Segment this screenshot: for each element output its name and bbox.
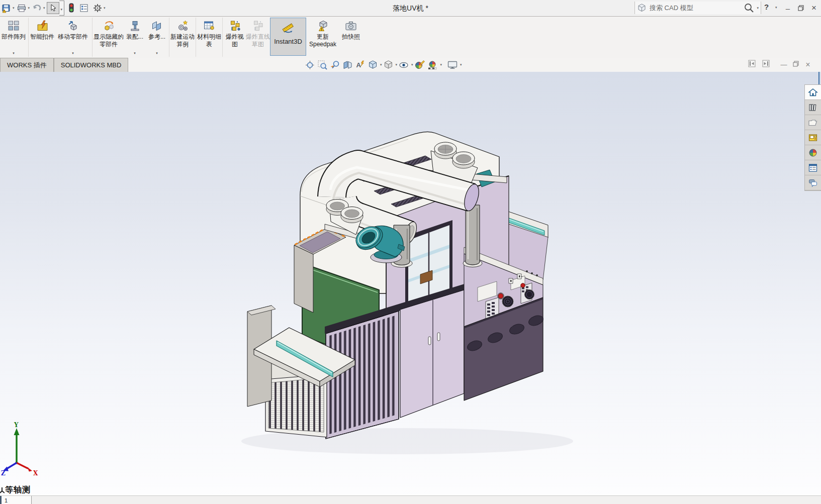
custom-properties-icon [808,163,818,173]
close-button[interactable]: × [807,0,820,16]
help-dropdown-icon[interactable]: ▾ [775,6,777,10]
view-orientation-button[interactable] [368,60,378,70]
doc-restore-button[interactable] [790,61,802,68]
zoom-fit-button[interactable] [305,60,315,70]
chevron-down-icon: ▾ [146,51,168,55]
gear-icon [93,4,102,13]
options-list-icon [79,4,88,13]
svg-text:A: A [356,61,361,69]
graphics-viewport[interactable]: Y X Z 等轴测 [0,72,821,495]
chevron-down-icon[interactable]: ▾ [460,63,462,67]
help-button[interactable]: ? [764,3,769,11]
forum-icon [808,178,818,188]
search-input[interactable]: 搜索 CAD 模型 [650,4,744,13]
annotation-view-button[interactable]: A [355,60,366,70]
taskpane-custom-properties-button[interactable] [805,160,821,175]
taskpane-appearances-button[interactable] [805,145,821,160]
chevron-down-icon[interactable]: ▾ [411,63,413,67]
ribbon-button-update-speedpak[interactable]: 更新Speedpak [306,18,339,56]
3d-model-uv-machine[interactable]: Y X Z [0,72,821,495]
search-dropdown-icon[interactable]: ▾ [757,6,759,10]
chevron-down-icon[interactable]: ▾ [28,6,30,10]
new-motion-study-icon [177,19,189,33]
chevron-down-icon[interactable]: ▾ [104,6,106,10]
options-list-button[interactable] [79,4,88,13]
exploded-view-icon [229,19,241,33]
taskpane-file-explorer-button[interactable] [805,115,821,130]
reference-geometry-icon [151,19,163,33]
tab-solidworks-mbd[interactable]: SOLIDWORKS MBD [54,58,129,72]
settings-button[interactable] [93,4,102,13]
title-bar: ▾ ▾ ▾ ▾ ▾ 落地UV机 * 搜索 CAD 模型 ▾ ? ▾ – × [0,0,821,17]
edit-appearance-icon [414,60,425,70]
chevron-down-icon: ▾ [55,51,91,55]
ribbon-button-instant3d[interactable]: Instant3D [270,18,306,56]
monitor-icon [447,60,458,70]
ribbon-button-smart-fasteners[interactable]: 智能扣件 [30,18,55,56]
chevron-down-icon[interactable]: ▾ [43,6,45,10]
apply-scene-button[interactable] [427,60,438,70]
appearances-ball-icon [808,148,818,158]
chevron-down-icon[interactable]: ▾ [13,6,15,10]
save-button[interactable] [2,4,11,13]
taskpane-home-button[interactable] [805,85,821,100]
taskpane-forum-button[interactable] [805,175,821,190]
collapse-right-panel-button[interactable] [762,60,770,69]
doc-minimize-button[interactable]: — [778,61,790,68]
search-box[interactable]: 搜索 CAD 模型 ▾ [634,2,761,14]
minimize-button[interactable]: – [781,0,794,16]
chevron-down-icon[interactable]: ▾ [440,63,442,67]
quick-access-toolbar: ▾ ▾ ▾ ▾ ▾ [1,1,107,15]
chevron-down-icon: ▾ [124,51,146,55]
smart-fasteners-icon [37,19,48,33]
restore-icon [798,5,804,11]
section-view-button[interactable] [342,60,353,70]
document-window-controls: — × [748,60,814,69]
view-orientation-cube-icon [368,60,378,70]
view-settings-button[interactable] [447,60,458,70]
tab-solidworks-addins[interactable]: WORKS 插件 [0,58,54,72]
ribbon-button-assembly[interactable]: 装配... ▾ [124,18,146,56]
ribbon-button-snapshot[interactable]: 拍快照 [339,18,362,56]
print-button[interactable] [17,4,27,13]
taskpane-design-library-button[interactable] [805,100,821,115]
ribbon-button-exploded-view[interactable]: 爆炸视图 [224,18,246,56]
edit-appearance-button[interactable] [414,60,425,70]
collapse-left-panel-button[interactable] [748,60,756,69]
print-icon [17,4,27,13]
axis-z-label: Z [1,470,6,477]
previous-view-icon [330,60,340,70]
ribbon-button-show-hidden[interactable]: 显示隐藏的零部件 [94,18,124,56]
search-icon[interactable] [744,3,755,14]
chevron-down-icon[interactable]: ▾ [380,63,382,67]
door-handle [428,337,431,345]
rear-vertical-pipe [463,205,482,267]
ribbon-button-bom[interactable]: 材料明细表 [197,18,221,56]
hide-show-items-button[interactable] [398,60,409,70]
zoom-area-button[interactable] [317,60,328,70]
reference-triad: Y X Z [1,422,38,477]
chevron-down-icon: ▾ [0,51,27,55]
emergency-stop-button [498,293,503,298]
interference-check-button[interactable] [68,3,75,13]
ribbon-button-pattern[interactable]: 部件阵列 ▾ [0,18,27,56]
ribbon-button-reference[interactable]: 参考... ▾ [146,18,168,56]
select-tool-dropdown[interactable]: ▾ [59,1,65,16]
undo-button[interactable] [32,4,42,13]
taskpane-view-palette-button[interactable] [805,130,821,145]
home-icon [808,87,818,97]
model-tab[interactable]: 1 [2,496,32,504]
doc-close-button[interactable]: × [802,60,814,69]
previous-view-button[interactable] [330,60,340,70]
traffic-light-icon [68,3,75,13]
view-orientation-label: 等轴测 [0,485,31,495]
restore-button[interactable] [794,0,807,16]
chevron-down-icon[interactable]: ▾ [396,63,398,67]
instant3d-icon [282,21,295,35]
display-style-button[interactable] [383,60,394,70]
axis-x-label: X [33,470,38,477]
select-tool-button[interactable] [47,2,59,14]
ribbon-button-motion-study[interactable]: 新建运动算例 [170,18,195,56]
ribbon-button-move-component[interactable]: 移动零部件 ▾ [55,18,91,56]
annotation-view-icon: A [355,60,366,70]
